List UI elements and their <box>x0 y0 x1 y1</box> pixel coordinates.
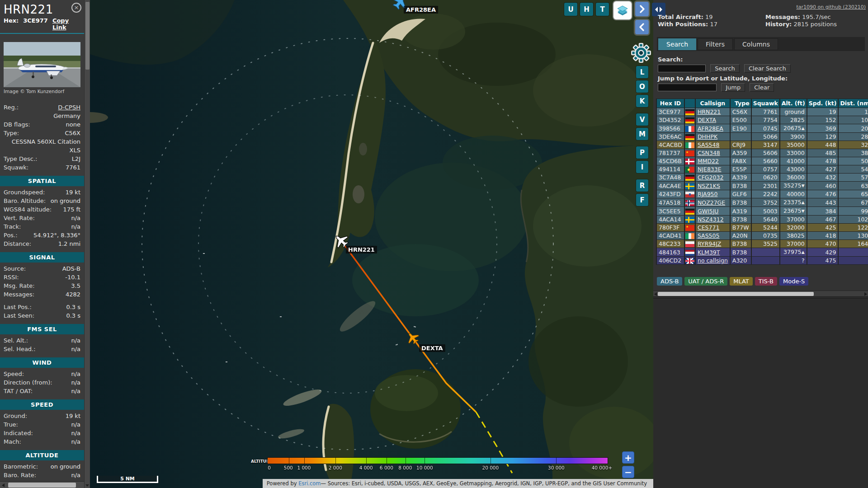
sidebar-vertical-scrollbar[interactable] <box>84 0 90 488</box>
callsign-link[interactable]: NOZ27GE <box>698 199 725 206</box>
table-row-3C7A48[interactable]: 3C7A48CFG2032A33906203600043257.3-19.2 <box>657 174 868 181</box>
filter-ads-b[interactable]: ADS-B <box>657 277 682 286</box>
table-row-494114[interactable]: 494114NJE833EE55P07574300042754.2-6.9 <box>657 165 868 173</box>
map-button-t[interactable]: T <box>596 3 609 16</box>
table-row-4CAD41[interactable]: 4CAD41SAS505A20N073538025418130.3-21.3 <box>657 232 868 239</box>
table-row-4CACBD[interactable]: 4CACBDSAS548CRJ931473500044832.0-5.8 <box>657 141 868 149</box>
callsign-link[interactable]: CFG2032 <box>698 174 723 181</box>
table-row-484163[interactable]: 484163KLM39TB73837975▲429-21.3 <box>657 248 868 256</box>
callsign-link[interactable]: MMD22 <box>698 158 719 164</box>
map-button-h[interactable]: H <box>580 3 593 16</box>
map-button-k[interactable]: K <box>636 95 648 107</box>
filter-uat-ads-r[interactable]: UAT / ADS-R <box>684 277 727 286</box>
zoom-out-button[interactable]: − <box>622 466 634 478</box>
info-value[interactable]: D-CPSH <box>19 103 80 112</box>
map-button-l[interactable]: L <box>636 66 648 78</box>
satellite-map[interactable]: HRN221 DEXTA AFR28EA U H T <box>90 0 653 488</box>
jump-button[interactable]: Jump <box>721 83 745 92</box>
map-callsign-label[interactable]: AFR28EA <box>404 6 438 14</box>
callsign-link[interactable]: DEXTA <box>698 117 716 123</box>
callsign-link[interactable]: SAS505 <box>698 232 720 239</box>
clear-search-button[interactable]: Clear Search <box>744 64 791 73</box>
hex-cell: 484163 <box>657 248 684 256</box>
table-row-3DE6AC[interactable]: 3DE6ACDHHPK5066390012928.8-18.3 <box>657 133 868 141</box>
table-row-398566[interactable]: 398566AFR28EAE190074520675▲36920.0-16.9 <box>657 124 868 132</box>
column-header[interactable]: Dist. (nmi) <box>839 99 868 108</box>
speed-cell: 485 <box>807 149 838 157</box>
callsign-link[interactable]: RYR94JZ <box>698 240 721 247</box>
panel-collapse-button[interactable] <box>635 2 649 16</box>
scrollbar-thumb[interactable] <box>658 292 814 296</box>
map-callsign-label[interactable]: DEXTA <box>419 344 445 352</box>
column-header[interactable]: Type <box>731 99 751 108</box>
callsign-link[interactable]: NSZ1KS <box>698 183 720 189</box>
close-icon[interactable]: × <box>71 3 81 13</box>
column-header[interactable] <box>685 99 695 108</box>
tab-columns[interactable]: Columns <box>734 38 778 50</box>
table-row-780F3F[interactable]: 780F3FCES771B77W524432000425122.6-21.2 <box>657 224 868 231</box>
sidebar-horizontal-scrollbar[interactable] <box>0 481 84 488</box>
callsign-link[interactable]: KLM39T <box>698 249 720 256</box>
map-callsign-label[interactable]: HRN221 <box>346 246 377 253</box>
callsign-link[interactable]: DHHPK <box>698 133 717 140</box>
callsign-link[interactable]: CES771 <box>698 224 719 231</box>
filter-mlat[interactable]: MLAT <box>730 277 753 286</box>
callsign-link[interactable]: HRN221 <box>698 108 721 115</box>
table-row-3C5EE5[interactable]: 3C5EE5GWI5JUA319500323675▼38499.7-20.9 <box>657 207 868 215</box>
scrollbar-thumb[interactable] <box>8 483 76 488</box>
tab-filters[interactable]: Filters <box>698 38 733 50</box>
column-header[interactable]: Alt. (ft) <box>780 99 807 108</box>
callsign-link[interactable]: CSN348 <box>698 150 720 156</box>
search-input[interactable] <box>658 65 706 72</box>
map-button-v[interactable]: V <box>636 113 648 126</box>
esri-link[interactable]: Esri.com <box>298 480 321 487</box>
map-button-m[interactable]: M <box>636 128 648 140</box>
table-row-47A518[interactable]: 47A518NOZ27GEB738375223375▲44367.2-12.8 <box>657 198 868 206</box>
callsign-link[interactable]: RJA950 <box>698 191 718 197</box>
callsign-link[interactable]: NJE833E <box>698 166 722 173</box>
github-link[interactable]: tar1090 on github (230210) <box>796 4 866 10</box>
map-button-p[interactable]: P <box>636 146 648 159</box>
clear-button[interactable]: Clear <box>750 83 774 92</box>
info-value: on ground <box>46 197 80 205</box>
column-header[interactable]: Squawk <box>752 99 779 108</box>
table-row-3D4352[interactable]: 3D4352DEXTAE5007754282515210.4-6.3 <box>657 116 868 124</box>
layers-button[interactable] <box>613 1 632 19</box>
callsign-link[interactable]: GWI5JU <box>698 208 719 215</box>
zoom-in-button[interactable]: + <box>622 451 634 464</box>
scrollbar-thumb[interactable] <box>85 2 90 70</box>
map-button-u[interactable]: U <box>564 3 577 16</box>
column-header[interactable]: Hex ID <box>657 99 684 108</box>
callsign-link[interactable]: SAS548 <box>698 141 720 148</box>
map-button-f[interactable]: F <box>636 194 648 206</box>
search-button[interactable]: Search <box>710 64 740 73</box>
settings-button[interactable] <box>631 42 651 63</box>
table-row-48C233[interactable]: 48C233RYR94JZB738352537000470164.6-22.1 <box>657 240 868 248</box>
map-button-o[interactable]: O <box>636 80 648 93</box>
table-row-4ACA14[interactable]: 4ACA14NSZ4312B738564037000467102.7-21.3 <box>657 216 868 223</box>
callsign-link[interactable]: no callsign <box>698 257 728 264</box>
table-row-4ACA4E[interactable]: 4ACA4ENSZ1KSB738230135275▼46063.3-6.9 <box>657 182 868 190</box>
table-horizontal-scrollbar[interactable] <box>653 291 868 297</box>
flag-cell <box>685 108 695 116</box>
table-row-45CD6B[interactable]: 45CD6BMMD22FA8X56604100047850.1-4.3 <box>657 157 868 165</box>
map-button-i[interactable]: I <box>636 161 648 173</box>
callsign-link[interactable]: AFR28EA <box>698 125 723 132</box>
column-header[interactable]: Callsign <box>696 99 730 108</box>
distance-cell: 63.3 <box>839 182 868 190</box>
copy-link[interactable]: Copy Link <box>52 17 80 31</box>
distance-cell: 57.3 <box>839 174 868 181</box>
column-header[interactable]: Spd. (kt) <box>807 99 838 108</box>
jump-input[interactable] <box>658 84 717 91</box>
table-row-4243FD[interactable]: 4243FDRJA950GLF622424000047665.1-17.4 <box>657 190 868 198</box>
tab-search[interactable]: Search <box>658 38 696 50</box>
table-row-781737[interactable]: 781737CSN348A35956063300048538.0-4.0 <box>657 149 868 157</box>
map-button-r[interactable]: R <box>636 179 648 192</box>
filter-mode-s[interactable]: Mode-S <box>779 277 808 286</box>
aircraft-photo[interactable] <box>4 42 80 87</box>
filter-tis-b[interactable]: TIS-B <box>755 277 777 286</box>
panel-expand-button[interactable] <box>635 20 649 34</box>
table-row-406CD2[interactable]: 406CD2no callsignA320?475-21.1 <box>657 257 868 264</box>
callsign-link[interactable]: NSZ4312 <box>698 216 724 223</box>
table-row-3CE977[interactable]: 3CE977HRN221C56X7761ground191.2-10.1 <box>657 108 868 116</box>
